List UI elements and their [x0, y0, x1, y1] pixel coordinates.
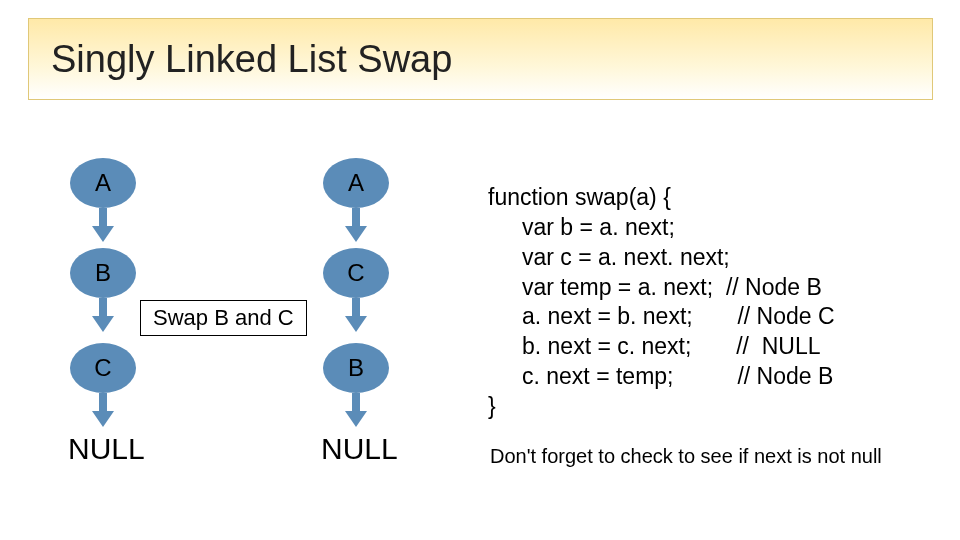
swap-annotation: Swap B and C [140, 300, 307, 336]
slide-title: Singly Linked List Swap [51, 38, 452, 81]
right-node-b: B [323, 343, 389, 393]
node-label: A [348, 169, 364, 197]
left-node-a: A [70, 158, 136, 208]
node-label: A [95, 169, 111, 197]
code-line: var temp = a. next; // Node B [522, 274, 822, 300]
right-null-label: NULL [321, 432, 398, 466]
node-label: B [95, 259, 111, 287]
right-node-c: C [323, 248, 389, 298]
code-line: a. next = b. next; // Node C [522, 303, 835, 329]
code-line: function swap(a) { [488, 184, 671, 210]
title-banner: Singly Linked List Swap [28, 18, 933, 100]
arrow-down-icon [347, 393, 365, 427]
code-line: var c = a. next. next; [522, 244, 730, 270]
right-node-a: A [323, 158, 389, 208]
code-line: var b = a. next; [522, 214, 675, 240]
code-line: b. next = c. next; // NULL [522, 333, 821, 359]
node-label: C [94, 354, 111, 382]
code-snippet: function swap(a) { var b = a. next; var … [488, 153, 835, 422]
code-line: c. next = temp; // Node B [522, 363, 833, 389]
arrow-down-icon [94, 298, 112, 332]
linked-list-diagram: A B C NULL Swap B and C A C B NULL [40, 140, 460, 520]
arrow-down-icon [94, 208, 112, 242]
left-node-c: C [70, 343, 136, 393]
node-label: B [348, 354, 364, 382]
arrow-down-icon [347, 208, 365, 242]
left-null-label: NULL [68, 432, 145, 466]
arrow-down-icon [347, 298, 365, 332]
arrow-down-icon [94, 393, 112, 427]
left-node-b: B [70, 248, 136, 298]
node-label: C [347, 259, 364, 287]
footnote-text: Don't forget to check to see if next is … [490, 445, 882, 468]
swap-label-text: Swap B and C [153, 305, 294, 330]
code-line: } [488, 393, 496, 419]
